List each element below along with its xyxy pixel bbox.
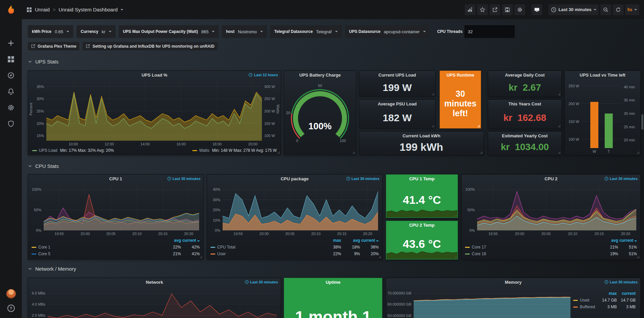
user-avatar[interactable] (6, 289, 16, 299)
cpu-package-chart[interactable]: 0%10%20%30%40%19:5520:0020:0520:1020:152… (207, 183, 382, 236)
legend-value: 51% (618, 252, 637, 256)
panel-title[interactable]: UPS Battery Charge (284, 71, 356, 79)
link-grafana-plex-theme[interactable]: Grafana Plex Theme (28, 42, 79, 50)
variable-currency[interactable]: Currency kr (77, 25, 116, 38)
panel-title[interactable]: Current UPS Load (359, 71, 435, 79)
panel-cpu-2: CPU 2 Last 30 minutes 0%50%100%19:5520:0… (461, 174, 641, 260)
svg-text:40%: 40% (213, 187, 220, 191)
panel-title[interactable]: Average Daily Cost (488, 71, 561, 79)
legend-col-avg[interactable]: avg (599, 238, 618, 243)
legend-value: 42% (181, 245, 200, 249)
panel-title[interactable]: UPS Load vs Time left (565, 71, 640, 79)
legend-row-cpu-total[interactable]: CPU Total 38% 18% 36% (211, 244, 379, 251)
variable-telegraf-datasource[interactable]: Telegraf Datasource Telegraf (270, 25, 342, 38)
panel-title[interactable]: Uptime (284, 278, 382, 286)
grafana-app: ? Unraid > Unraid System Dashboard (0, 0, 644, 318)
ups-load-vs-time-chart[interactable]: 100 W150 W200 W250 W20 min25 min30 min35… (565, 79, 640, 155)
panel-time-badge[interactable]: Last 30 minutes (604, 280, 638, 284)
panel-time-badge[interactable]: Last 30 minutes (245, 280, 278, 284)
page-scrollbar[interactable] (641, 114, 643, 130)
row-header-ups-stats[interactable]: UPS Stats (28, 58, 58, 65)
legend-row-core17[interactable]: Core 17 21% 51% (465, 244, 637, 251)
cycle-view-mode-button[interactable] (532, 4, 542, 15)
legend-col-max[interactable]: max (598, 291, 617, 296)
svg-text:30%: 30% (37, 97, 44, 101)
panel-title[interactable]: Memory (386, 278, 640, 286)
panel-time-badge[interactable]: Last 30 minutes (604, 177, 638, 181)
panel-title[interactable]: Average PSU Load (359, 100, 435, 108)
server-admin-icon[interactable] (0, 116, 22, 132)
time-badge-label: Last 30 minutes (610, 280, 638, 284)
share-dashboard-button[interactable] (490, 4, 500, 15)
dashboard-picker-icon[interactable] (27, 7, 32, 12)
battery-gauge[interactable]: 02050100100% (284, 79, 356, 155)
variable-ups-max-output[interactable]: UPS Max Output Power Capacity (Watt) 865 (119, 25, 219, 38)
create-icon[interactable] (0, 35, 22, 51)
panel-time-badge[interactable]: Last 30 minutes (346, 177, 379, 181)
panel-title[interactable]: Current Load kWh (359, 132, 484, 140)
star-dashboard-button[interactable] (477, 4, 488, 15)
alerting-icon[interactable] (0, 83, 22, 99)
dashboard-settings-button[interactable] (514, 4, 525, 15)
legend-row-buffered[interactable]: Buffered 3 MB 3 MB (573, 304, 636, 310)
cpu1-chart[interactable]: 0%50%100%19:5520:0020:0520:1020:1520:20 (28, 183, 203, 236)
ups-load-chart[interactable]: 15%20%25%30%35%100 W150 W200 W250 W300 W… (28, 79, 281, 147)
variable-kwh-price[interactable]: kWh Price 0.65 (28, 25, 73, 38)
panel-time-badge[interactable]: Last 30 minutes (167, 177, 200, 181)
breadcrumb-title[interactable]: Unraid System Dashboard (58, 7, 118, 12)
panel-title[interactable]: Network (28, 278, 281, 286)
variable-label: UPS Datasource (349, 29, 380, 34)
help-icon[interactable]: ? (7, 305, 15, 312)
legend-row-core5[interactable]: Core 5 21% 41% (32, 251, 200, 257)
legend-col-current[interactable]: current (618, 238, 637, 243)
panel-time-badge[interactable]: Last 12 hours (248, 73, 278, 77)
legend-col-max[interactable]: max (322, 238, 341, 243)
panel-this-years-cost: This Years Cost kr 162.68 (488, 99, 562, 129)
legend-col-current[interactable]: current (617, 291, 636, 296)
panel-title[interactable]: This Years Cost (488, 100, 561, 108)
dashboards-icon[interactable] (0, 51, 22, 67)
cpu-threads-input[interactable] (464, 25, 515, 38)
panel-title-text: Memory (505, 280, 522, 285)
explore-icon[interactable] (0, 67, 22, 83)
add-panel-button[interactable] (465, 4, 475, 15)
legend-row-user[interactable]: User 22% 9% 20% (211, 251, 379, 257)
variable-ups-datasource[interactable]: UPS Datasource apcupsd-container (345, 25, 430, 38)
panel-cpu2-temp: CPU 2 Temp 43.6 °C (386, 221, 458, 260)
panel-title[interactable]: CPU 1 Temp (386, 175, 458, 183)
dashboard-dropdown-caret[interactable] (121, 9, 123, 10)
row-header-network-memory[interactable]: Network / Memory (28, 265, 76, 272)
legend-col-avg[interactable]: avg (162, 238, 181, 243)
time-range-picker[interactable]: Last 30 minutes (549, 4, 598, 15)
refresh-button[interactable] (613, 4, 624, 15)
legend-col-avg[interactable]: avg (341, 238, 360, 243)
legend-color-dash (573, 300, 578, 301)
legend-row-core1[interactable]: Core 1 22% 42% (32, 244, 200, 251)
save-dashboard-button[interactable] (502, 4, 513, 15)
stat-value: 199 W (359, 79, 435, 96)
variable-host[interactable]: host Nostromo (222, 25, 267, 38)
legend-col-current[interactable]: current (181, 238, 200, 243)
panel-title[interactable]: CPU 2 Temp (386, 221, 458, 229)
legend-row-used[interactable]: Used 14.7 GB 14.7 GB (573, 297, 636, 304)
row-header-cpu-stats[interactable]: CPU Stats (28, 163, 59, 169)
panel-title[interactable]: UPS Load % (28, 71, 281, 79)
legend-item-watts[interactable]: Watts Min: 148 W Max: 278 W Avg: 175 W (192, 148, 277, 153)
panel-title[interactable]: UPS Runtime (440, 71, 481, 79)
network-chart[interactable]: 2.0 MBs4.0 MBs6.0 MBs (28, 286, 281, 318)
legend-row-core16[interactable]: Core 16 19% 51% (465, 251, 637, 257)
legend-col-current[interactable]: current (360, 238, 379, 243)
memory-chart[interactable]: 50.000000 GB60.000000 GB70.000000 GB (386, 286, 573, 318)
zoom-out-time-button[interactable] (600, 4, 611, 15)
panel-title-text: CPU package (281, 176, 309, 181)
breadcrumb-folder[interactable]: Unraid (35, 7, 50, 12)
panel-title[interactable]: Estimated Yearly Cost (488, 132, 561, 140)
legend-item-ups-load[interactable]: UPS Load Min: 17% Max: 32% Avg: 20% (32, 148, 114, 153)
refresh-interval-dropdown[interactable]: 5s (625, 4, 639, 15)
grafana-logo[interactable] (0, 0, 22, 19)
link-ups-monitoring-guide[interactable]: Setting up Grafana and InfluxDB for UPS … (83, 42, 217, 50)
stat-value: 43.6 °C (386, 229, 458, 259)
navbar: Unraid > Unraid System Dashboard (22, 0, 644, 19)
configuration-icon[interactable] (0, 99, 22, 116)
cpu2-chart[interactable]: 0%50%100%19:5520:0020:0520:1020:1520:20 (462, 183, 640, 236)
